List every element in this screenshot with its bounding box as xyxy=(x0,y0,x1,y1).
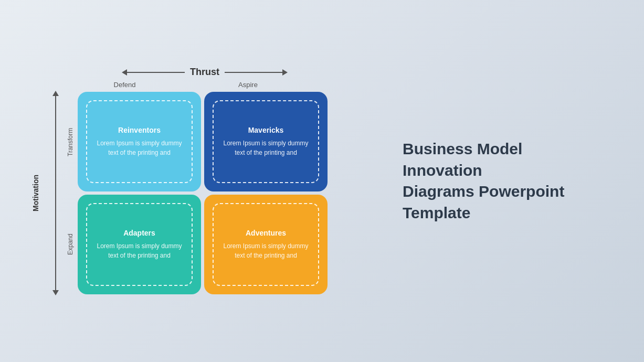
arrowhead-left-icon xyxy=(122,69,127,76)
adventures-title: Adventures xyxy=(246,229,286,237)
thrust-arrow-right xyxy=(225,69,288,76)
thrust-label: Thrust xyxy=(190,67,219,78)
motivation-label: Motivation xyxy=(31,175,40,211)
main-title-line3: Template xyxy=(403,204,470,221)
arrowhead-up-icon xyxy=(52,91,59,96)
quadrant-adapters: Adapters Lorem Ipsum is simply dummy tex… xyxy=(78,195,201,294)
adventures-text: Lorem Ipsum is simply dummy text of the … xyxy=(220,241,312,260)
text-section: Business Model Innovation Diagrams Power… xyxy=(403,139,602,223)
quadrant-reinventors-inner: Reinventors Lorem Ipsum is simply dummy … xyxy=(86,100,193,183)
motivation-axis: Motivation xyxy=(31,91,63,295)
main-title-line1: Business Model Innovation xyxy=(403,140,522,179)
aspire-label: Aspire xyxy=(186,81,310,89)
diagram-section: Thrust Defend Aspire Motivation xyxy=(31,67,346,295)
defend-label: Defend xyxy=(63,81,186,89)
reinventors-text: Lorem Ipsum is simply dummy text of the … xyxy=(93,139,185,157)
adapters-title: Adapters xyxy=(123,229,155,237)
row-labels: Transform Expand xyxy=(63,91,78,295)
transform-label: Transform xyxy=(63,92,78,192)
mavericks-title: Mavericks xyxy=(248,126,284,134)
arrowhead-down-icon xyxy=(52,290,59,295)
arrowhead-right-icon xyxy=(282,69,288,76)
reinventors-title: Reinventors xyxy=(118,126,161,134)
quadrant-mavericks-inner: Mavericks Lorem Ipsum is simply dummy te… xyxy=(213,100,319,183)
thrust-arrow-left xyxy=(122,69,185,76)
quadrant-adventures: Adventures Lorem Ipsum is simply dummy t… xyxy=(204,195,328,294)
quadrant-grid: Reinventors Lorem Ipsum is simply dummy … xyxy=(78,92,328,294)
adapters-text: Lorem Ipsum is simply dummy text of the … xyxy=(93,241,185,260)
thrust-line-left xyxy=(127,72,185,73)
motivation-arrow xyxy=(52,91,59,295)
main-title-line2: Diagrams Powerpoint xyxy=(403,183,564,200)
quadrant-adventures-inner: Adventures Lorem Ipsum is simply dummy t… xyxy=(213,203,319,286)
expand-label: Expand xyxy=(63,195,78,294)
quadrant-adapters-inner: Adapters Lorem Ipsum is simply dummy tex… xyxy=(86,203,193,286)
thrust-line-right xyxy=(225,72,282,73)
grid-with-axis: Motivation Transform Expand Reinventors xyxy=(31,91,346,295)
slide: Thrust Defend Aspire Motivation xyxy=(0,0,644,362)
motivation-line xyxy=(55,96,56,290)
thrust-axis: Thrust xyxy=(63,67,346,78)
col-labels: Defend Aspire xyxy=(63,81,346,89)
quadrant-mavericks: Mavericks Lorem Ipsum is simply dummy te… xyxy=(204,92,328,191)
mavericks-text: Lorem Ipsum is simply dummy text of the … xyxy=(220,139,312,157)
quadrant-reinventors: Reinventors Lorem Ipsum is simply dummy … xyxy=(78,92,201,191)
main-title: Business Model Innovation Diagrams Power… xyxy=(403,139,602,223)
